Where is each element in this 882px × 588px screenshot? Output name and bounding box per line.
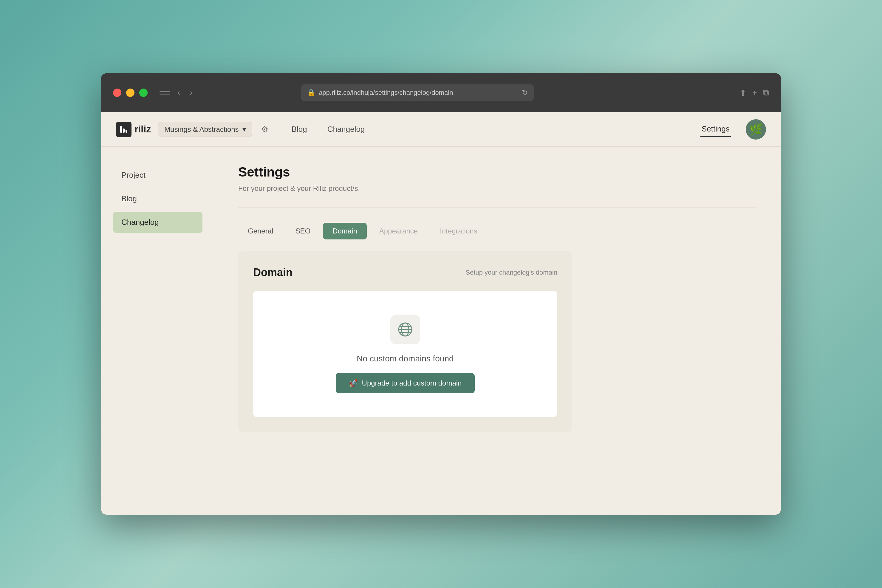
avatar[interactable]: 🌿 [746, 119, 766, 140]
sidebar: Project Blog Changelog [101, 147, 214, 514]
sidebar-item-blog[interactable]: Blog [113, 188, 202, 209]
sidebar-item-changelog[interactable]: Changelog [113, 212, 202, 233]
svg-rect-2 [126, 130, 128, 133]
domain-card-subtitle: Setup your changelog's domain [465, 268, 557, 276]
empty-state-text: No custom domains found [357, 354, 453, 363]
new-tab-icon[interactable]: + [752, 88, 757, 98]
nav-settings[interactable]: Settings [700, 122, 731, 137]
app-content: riliz Musings & Abstractions ▾ ⚙ Blog Ch… [101, 112, 781, 514]
maximize-button[interactable] [139, 88, 148, 97]
domain-title: Domain [253, 266, 292, 279]
domain-card: Domain Setup your changelog's domain [238, 251, 572, 432]
empty-state: No custom domains found 🚀 Upgrade to add… [253, 291, 557, 417]
upgrade-button-label: Upgrade to add custom domain [362, 379, 462, 387]
globe-icon [397, 321, 414, 338]
project-name: Musings & Abstractions [164, 125, 238, 134]
tab-seo[interactable]: SEO [286, 223, 320, 239]
tab-general[interactable]: General [238, 223, 283, 239]
domain-header: Domain Setup your changelog's domain [253, 266, 557, 279]
page-title: Settings [238, 165, 757, 180]
rocket-icon: 🚀 [349, 379, 358, 387]
lock-icon: 🔒 [307, 89, 315, 97]
main-content: Settings For your project & your Riliz p… [214, 147, 781, 514]
upgrade-button[interactable]: 🚀 Upgrade to add custom domain [336, 373, 475, 393]
minimize-button[interactable] [126, 88, 135, 97]
nav-blog[interactable]: Blog [290, 122, 308, 136]
reload-button[interactable]: ↻ [522, 88, 528, 97]
svg-rect-1 [123, 129, 124, 133]
sidebar-item-label: Project [122, 171, 146, 180]
logo-icon [116, 122, 132, 137]
tab-appearance: Appearance [370, 223, 427, 239]
nav-changelog[interactable]: Changelog [326, 122, 366, 136]
sidebar-item-project[interactable]: Project [113, 165, 202, 186]
page-layout: Project Blog Changelog Settings For your… [101, 147, 781, 514]
sidebar-toggle[interactable] [159, 88, 170, 97]
browser-window: ‹ › 🔒 app.riliz.co/indhuja/settings/chan… [101, 74, 781, 514]
page-subtitle: For your project & your Riliz product/s. [238, 184, 757, 193]
back-button[interactable]: ‹ [175, 87, 183, 98]
svg-rect-0 [120, 126, 122, 133]
project-selector[interactable]: Musings & Abstractions ▾ [158, 122, 252, 137]
browser-actions: ⬆ + ⧉ [740, 88, 769, 98]
settings-tabs: General SEO Domain Appearance Integratio… [238, 223, 757, 239]
chevron-down-icon: ▾ [242, 125, 246, 134]
divider [238, 207, 757, 208]
main-nav: Blog Changelog [290, 122, 366, 136]
browser-controls: ‹ › [159, 87, 195, 98]
logo-text: riliz [135, 124, 151, 135]
tabs-icon[interactable]: ⧉ [763, 88, 769, 98]
browser-chrome: ‹ › 🔒 app.riliz.co/indhuja/settings/chan… [101, 74, 781, 112]
avatar-emoji: 🌿 [749, 123, 763, 136]
globe-icon-wrapper [390, 315, 420, 344]
url-text: app.riliz.co/indhuja/settings/changelog/… [319, 89, 516, 97]
forward-button[interactable]: › [187, 87, 195, 98]
tab-integrations: Integrations [430, 223, 487, 239]
address-bar[interactable]: 🔒 app.riliz.co/indhuja/settings/changelo… [301, 84, 534, 101]
gear-button[interactable]: ⚙ [257, 122, 273, 137]
sidebar-item-label: Blog [122, 194, 137, 203]
close-button[interactable] [113, 88, 122, 97]
traffic-lights [113, 88, 148, 97]
logo[interactable]: riliz [116, 122, 151, 137]
tab-domain[interactable]: Domain [323, 223, 367, 239]
top-nav: riliz Musings & Abstractions ▾ ⚙ Blog Ch… [101, 112, 781, 147]
sidebar-item-label: Changelog [122, 218, 159, 226]
share-icon[interactable]: ⬆ [740, 88, 746, 98]
